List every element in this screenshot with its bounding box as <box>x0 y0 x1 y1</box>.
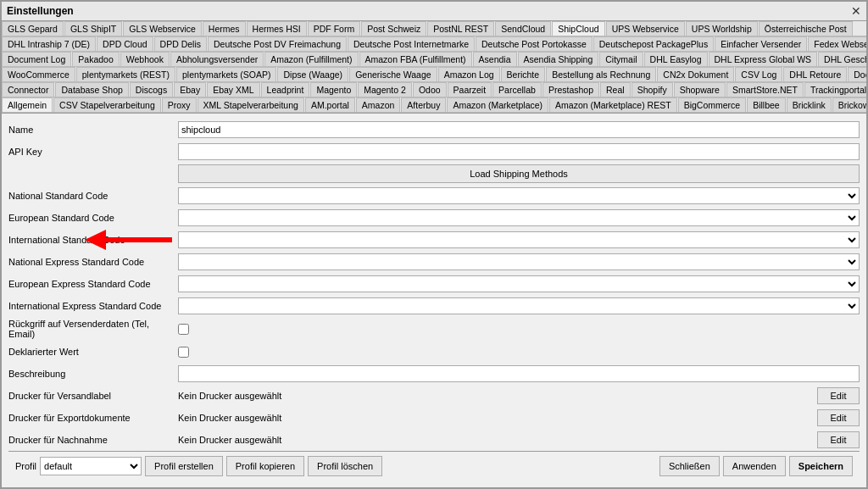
tab-dpd-cloud[interactable]: DPD Cloud <box>97 36 153 51</box>
tab-ups-webservice[interactable]: UPS Webservice <box>606 21 685 36</box>
tab-deutsche-post-porto[interactable]: Deutsche Post Portokasse <box>476 36 593 51</box>
subtab-afterbuy[interactable]: Afterbuy <box>401 97 446 112</box>
tab-document-log[interactable]: Document Log <box>2 52 71 66</box>
tab-shopify[interactable]: Shopify <box>632 82 673 97</box>
tab-plentymarkets-rest[interactable]: plentymarkets (REST) <box>76 67 175 81</box>
beschreibung-input[interactable] <box>178 365 860 382</box>
tab-woocommerce[interactable]: WooCommerce <box>2 67 75 81</box>
subtab-billbee[interactable]: Billbee <box>747 97 786 112</box>
drucker-export-edit-button[interactable]: Edit <box>817 409 860 426</box>
tab-deutschepost-package[interactable]: Deutschepost PackagePlus <box>593 36 714 51</box>
tab-deutsche-post-internet[interactable]: Deutsche Post Internetmarke <box>348 36 475 51</box>
tab-magento-2[interactable]: Magento 2 <box>358 82 412 97</box>
subtab-xml-stapel[interactable]: XML Stapelverarbeitung <box>198 97 304 112</box>
tab-leadprint[interactable]: Leadprint <box>261 82 310 97</box>
national-standard-label: National Standard Code <box>8 191 178 201</box>
apply-button[interactable]: Anwenden <box>723 456 786 476</box>
tab-abholungsversender[interactable]: Abholungsversender <box>170 52 264 66</box>
tab-citymail[interactable]: Citymail <box>599 52 643 66</box>
tab-pdf-form[interactable]: PDF Form <box>308 21 360 36</box>
tab-real[interactable]: Real <box>600 82 631 97</box>
national-standard-select[interactable] <box>178 187 860 204</box>
european-express-select[interactable] <box>178 275 860 292</box>
tab-dipse[interactable]: Dipse (Waage) <box>277 67 348 81</box>
subtab-proxy[interactable]: Proxy <box>162 97 197 112</box>
european-standard-select[interactable] <box>178 209 860 226</box>
tab-asendia-shipping[interactable]: Asendia Shipping <box>518 52 599 66</box>
tab-pakadoo[interactable]: Pakadoo <box>72 52 119 66</box>
tab-shopware[interactable]: Shopware <box>674 82 726 97</box>
delete-profile-button[interactable]: Profil löschen <box>308 456 382 476</box>
rueckgriff-checkbox[interactable] <box>178 324 189 335</box>
subtab-amazon[interactable]: Amazon <box>356 97 401 112</box>
tab-parcellab[interactable]: Parcellab <box>492 82 542 97</box>
load-shipping-button[interactable]: Load Shipping Methods <box>178 164 860 183</box>
tab-odoo[interactable]: Odoo <box>413 82 447 97</box>
international-express-select[interactable] <box>178 297 860 314</box>
tab-gls-gepard[interactable]: GLS Gepard <box>2 21 64 36</box>
tab-cn2x[interactable]: CN2x Dokument <box>657 67 734 81</box>
tab-paarzeit[interactable]: Paarzeit <box>448 82 492 97</box>
deklarierter-checkbox[interactable] <box>178 347 189 358</box>
international-standard-select[interactable] <box>178 231 860 248</box>
tab-dhl-geschaeft[interactable]: DHL Geschäftskundenversand <box>818 52 866 66</box>
tab-berichte[interactable]: Berichte <box>501 67 546 81</box>
tab-database-shop[interactable]: Database Shop <box>55 82 128 97</box>
tab-osterreichische-post[interactable]: Österreichische Post <box>759 21 853 36</box>
tab-hermes-hsi[interactable]: Hermes HSI <box>247 21 307 36</box>
tab-trackingportal[interactable]: Trackingportal <box>804 82 866 97</box>
subtab-allgemein[interactable]: Allgemein <box>2 97 53 113</box>
tab-dhl-easylog[interactable]: DHL Easylog <box>644 52 708 66</box>
tab-magento[interactable]: Magento <box>310 82 357 97</box>
tab-prestashop[interactable]: Prestashop <box>542 82 599 97</box>
tab-csv-log[interactable]: CSV Log <box>735 67 782 81</box>
profile-select[interactable]: default <box>40 457 142 475</box>
tab-amazon-fba[interactable]: Amazon FBA (Fulfillment) <box>359 52 472 66</box>
copy-profile-button[interactable]: Profil kopieren <box>226 456 304 476</box>
subtab-csv-stapel[interactable]: CSV Stapelverarbeitung <box>53 97 161 112</box>
national-express-select[interactable] <box>178 253 860 270</box>
tab-ebay-xml[interactable]: Ebay XML <box>207 82 259 97</box>
tab-ebay[interactable]: Ebay <box>174 82 206 97</box>
tab-gls-shipit[interactable]: GLS ShipIT <box>64 21 122 36</box>
subtab-amazon-marketplace[interactable]: Amazon (Marketplace) <box>447 97 548 112</box>
subtab-amazon-marketplace-rest[interactable]: Amazon (Marketplace) REST <box>549 97 677 112</box>
tab-discogs[interactable]: Discogs <box>130 82 173 97</box>
tab-postnl-rest[interactable]: PostNL REST <box>427 21 494 36</box>
subtab-am-portal[interactable]: AM.portal <box>305 97 355 112</box>
tab-generische-waage[interactable]: Generische Waage <box>349 67 437 81</box>
tab-bestellung-rechnung[interactable]: Bestellung als Rechnung <box>546 67 656 81</box>
tab-hermes[interactable]: Hermes <box>203 21 246 36</box>
tab-asendia[interactable]: Asendia <box>473 52 517 66</box>
tab-dhl-retoure[interactable]: DHL Retoure <box>783 67 847 81</box>
drucker-nachnahme-edit-button[interactable]: Edit <box>817 431 860 448</box>
close-button[interactable]: Schließen <box>659 456 720 476</box>
drucker-versand-edit-button[interactable]: Edit <box>817 387 860 404</box>
tab-dpd-delis[interactable]: DPD Delis <box>154 36 207 51</box>
tab-webhook[interactable]: Webhook <box>120 52 170 66</box>
tab-shipcloud[interactable]: ShipCloud <box>552 21 604 36</box>
tab-sendcloud[interactable]: SendCloud <box>495 21 551 36</box>
close-icon[interactable]: ✕ <box>851 4 861 18</box>
tab-gls-webservice[interactable]: GLS Webservice <box>123 21 202 36</box>
subtab-bricklink[interactable]: Bricklink <box>787 97 832 112</box>
save-button[interactable]: Speichern <box>789 456 853 476</box>
tab-amazon-log[interactable]: Amazon Log <box>438 67 500 81</box>
tab-dhl-intraship[interactable]: DHL Intraship 7 (DE) <box>2 36 96 51</box>
tab-post-schweiz[interactable]: Post Schweiz <box>361 21 426 36</box>
tab-fedex[interactable]: Fedex Webservice <box>808 36 866 51</box>
tab-deutsche-post-dv[interactable]: Deutsche Post DV Freimachung <box>208 36 347 51</box>
tab-ups-worldship[interactable]: UPS Worldship <box>686 21 758 36</box>
subtab-brickowi[interactable]: Brickowi <box>832 97 866 112</box>
subtab-bigcommerce[interactable]: BigCommerce <box>678 97 747 112</box>
tab-connector[interactable]: Connector <box>2 82 54 97</box>
api-key-input[interactable] <box>178 143 860 160</box>
tab-dhl-express-global[interactable]: DHL Express Global WS <box>709 52 818 66</box>
tab-amazon-fulfillment[interactable]: Amazon (Fulfillment) <box>264 52 358 66</box>
tab-einfacher-versender[interactable]: Einfacher Versender <box>715 36 807 51</box>
tab-smartstore[interactable]: SmartStore.NET <box>726 82 804 97</box>
tab-document-downloader[interactable]: Document Downloader <box>848 67 866 81</box>
name-input[interactable] <box>178 121 860 138</box>
create-profile-button[interactable]: Profil erstellen <box>145 456 223 476</box>
tab-plentymarkets-soap[interactable]: plentymarkets (SOAP) <box>176 67 276 81</box>
